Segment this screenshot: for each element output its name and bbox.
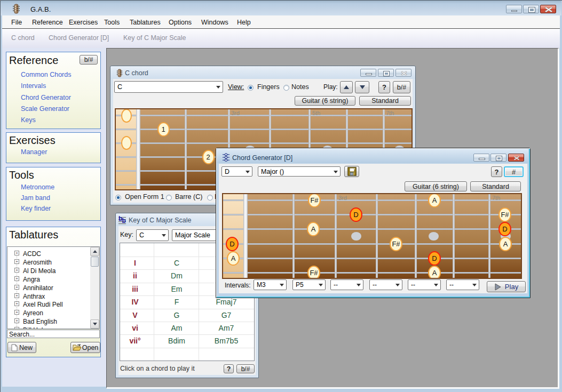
svg-text:b: b xyxy=(122,217,126,225)
